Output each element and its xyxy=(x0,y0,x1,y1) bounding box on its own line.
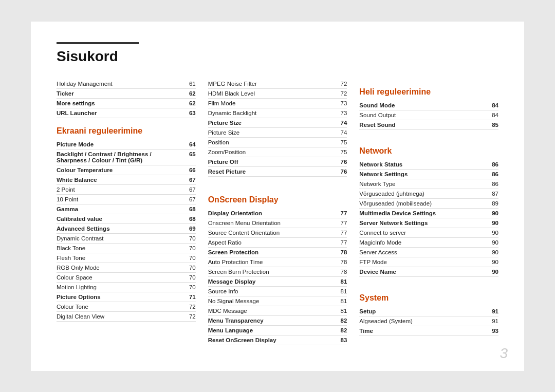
toc-entry: Black Tone70 xyxy=(57,244,196,253)
entry-page: 66 xyxy=(186,167,196,173)
toc-entry: Reset Picture76 xyxy=(208,167,347,177)
entry-page: 91 xyxy=(488,318,498,324)
section-heading: Network xyxy=(359,146,498,156)
toc-entry: Colour Tone72 xyxy=(57,302,196,312)
entry-page: 89 xyxy=(488,200,498,207)
entry-label: More settings xyxy=(57,100,186,106)
section-heading: System xyxy=(359,293,498,303)
toc-entry: Advanced Settings69 xyxy=(57,224,196,234)
toc-entry: More settings62 xyxy=(57,99,196,108)
toc-entry: Dynamic Backlight73 xyxy=(208,108,347,118)
toc-entry: Time93 xyxy=(359,326,498,336)
entry-page: 71 xyxy=(186,294,196,300)
toc-entry: Motion Lighting70 xyxy=(57,283,196,292)
section-heading: Heli reguleerimine xyxy=(359,87,498,97)
toc-entry: Onscreen Menu Orientation77 xyxy=(208,218,347,228)
toc-entry: Picture Options71 xyxy=(57,292,196,302)
entry-label: HDMI Black Level xyxy=(208,90,337,97)
entry-label: Colour Temperature xyxy=(57,167,186,173)
entry-label: Source Info xyxy=(208,288,337,294)
entry-page: 87 xyxy=(488,191,498,197)
entry-page: 70 xyxy=(186,284,196,290)
toc-entry: Multimedia Device Settings90 xyxy=(359,209,498,218)
toc-entry: Source Info81 xyxy=(208,287,347,296)
entry-page: 82 xyxy=(337,327,347,333)
entry-page: 74 xyxy=(337,129,347,136)
entry-label: Picture Mode xyxy=(57,141,186,147)
entry-label: 2 Point xyxy=(57,186,186,193)
entry-label: MDC Message xyxy=(208,308,337,314)
entry-page: 83 xyxy=(337,337,347,343)
toc-entry: Menu Language82 xyxy=(208,326,347,335)
entry-page: 86 xyxy=(488,161,498,167)
entry-page: 75 xyxy=(337,139,347,145)
entry-page: 86 xyxy=(488,171,498,177)
toc-entry: Flesh Tone70 xyxy=(57,253,196,263)
page-number: 3 xyxy=(499,345,508,362)
entry-label: Reset OnScreen Display xyxy=(208,337,337,343)
entry-page: 67 xyxy=(186,186,196,193)
entry-page: 90 xyxy=(488,220,498,226)
entry-page: 81 xyxy=(337,278,347,285)
entry-label: Source Content Orientation xyxy=(208,230,337,236)
entry-page: 62 xyxy=(186,90,196,97)
entry-label: MagicInfo Mode xyxy=(359,239,488,246)
entry-page: 77 xyxy=(337,220,347,226)
entry-label: Screen Protection xyxy=(208,249,337,255)
entry-page: 90 xyxy=(488,230,498,236)
entry-page: 91 xyxy=(488,308,498,314)
toc-entry: MagicInfo Mode90 xyxy=(359,238,498,248)
toc-entry: Digital Clean View72 xyxy=(57,312,196,322)
entry-page: 93 xyxy=(488,328,498,334)
entry-label: Reset Sound xyxy=(359,122,488,128)
toc-entry: Screen Burn Protection78 xyxy=(208,267,347,277)
toc-entry: Connect to server90 xyxy=(359,228,498,238)
entry-page: 77 xyxy=(337,230,347,236)
entry-page: 85 xyxy=(488,122,498,128)
entry-page: 81 xyxy=(337,298,347,304)
entry-label: Network Type xyxy=(359,181,488,187)
toc-entry: Reset OnScreen Display83 xyxy=(208,335,347,345)
entry-page: 78 xyxy=(337,269,347,275)
col3: Heli reguleerimineSound Mode84Sound Outp… xyxy=(359,79,498,345)
entry-label: Server Access xyxy=(359,249,488,255)
toc-entry: 10 Point67 xyxy=(57,195,196,204)
toc-entry: Auto Protection Time78 xyxy=(208,257,347,267)
entry-page: 65 xyxy=(186,151,196,157)
entry-label: URL Launcher xyxy=(57,110,186,116)
entry-label: Ticker xyxy=(57,90,186,97)
entry-page: 90 xyxy=(488,259,498,265)
toc-entry: Sound Mode84 xyxy=(359,101,498,110)
entry-page: 64 xyxy=(186,141,196,147)
entry-page: 84 xyxy=(488,102,498,108)
entry-label: 10 Point xyxy=(57,196,186,202)
section-heading: Ekraani reguleerimine xyxy=(57,126,196,136)
toc-entry: Võrguseaded (mobiilseade)89 xyxy=(359,199,498,209)
entry-label: Onscreen Menu Orientation xyxy=(208,220,337,226)
entry-label: Picture Options xyxy=(57,294,186,300)
toc-entry: Calibrated value68 xyxy=(57,214,196,224)
entry-page: 74 xyxy=(337,120,347,126)
toc-entry: No Signal Message81 xyxy=(208,296,347,306)
entry-label: MPEG Noise Filter xyxy=(208,81,337,87)
entry-page: 72 xyxy=(337,90,347,97)
entry-label: Aspect Ratio xyxy=(208,239,337,246)
col1: Holiday Management61Ticker62More setting… xyxy=(57,79,208,345)
entry-label: Calibrated value xyxy=(57,216,186,222)
entry-label: Time xyxy=(359,328,488,334)
entry-label: Connect to server xyxy=(359,230,488,236)
toc-entry: Holiday Management61 xyxy=(57,79,196,89)
entry-page: 62 xyxy=(186,100,196,106)
toc-entry: 2 Point67 xyxy=(57,185,196,195)
toc-entry: Network Settings86 xyxy=(359,170,498,179)
toc-entry: HDMI Black Level72 xyxy=(208,89,347,99)
toc-entry: Ticker62 xyxy=(57,89,196,99)
toc-entry: Device Name90 xyxy=(359,267,498,277)
toc-entry: RGB Only Mode70 xyxy=(57,263,196,273)
entry-label: Film Mode xyxy=(208,100,337,106)
entry-page: 82 xyxy=(337,318,347,324)
entry-page: 68 xyxy=(186,206,196,212)
entry-label: Server Network Settings xyxy=(359,220,488,226)
toc-entry: Server Access90 xyxy=(359,248,498,257)
entry-page: 84 xyxy=(488,112,498,118)
